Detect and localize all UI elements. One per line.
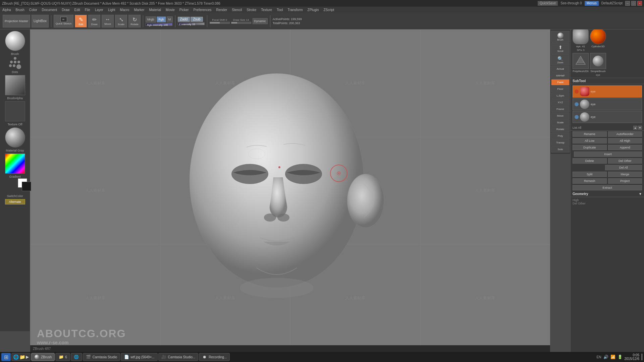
dot-small[interactable] [14, 57, 16, 60]
notify-icon-battery[interactable]: 🔋 [618, 355, 623, 359]
dot-3[interactable] [17, 61, 20, 63]
menu-zscript[interactable]: ZScript [323, 8, 335, 12]
quick-save-btn[interactable]: QuickSave [538, 1, 558, 6]
menu-document[interactable]: Document [41, 8, 58, 12]
dot-4[interactable] [9, 64, 12, 67]
menu-render[interactable]: Render [215, 8, 228, 12]
menu-color[interactable]: Color [28, 8, 38, 12]
vt-scroll-btn[interactable]: ⬆ Scroll [551, 43, 570, 54]
vt-paint-btn[interactable]: Paint [551, 79, 570, 85]
zsub-btn[interactable]: Zsub [191, 17, 203, 22]
dot-2[interactable] [14, 61, 16, 63]
rotate-btn[interactable]: ↻ Rotate [128, 15, 141, 27]
rename-btn[interactable]: Rename [573, 131, 607, 137]
vt-solo-btn[interactable]: Solo [551, 146, 570, 153]
maximize-btn[interactable]: □ [631, 1, 636, 6]
menu-edit[interactable]: Edit [73, 8, 81, 12]
all-low-btn[interactable]: All Low [573, 138, 607, 143]
vt-actual-btn[interactable]: Actual [551, 66, 570, 72]
taskbar-globe[interactable]: 🌐 [71, 353, 82, 361]
subtool-item-eye-2[interactable]: eye [573, 98, 642, 110]
remesh-btn[interactable]: Remesh [573, 178, 607, 184]
dot-5[interactable] [13, 64, 15, 67]
menu-light[interactable]: Light [107, 8, 116, 12]
notify-icon-network[interactable]: 📶 [610, 355, 615, 359]
vt-xyz-btn[interactable]: XYZ [551, 99, 570, 106]
project-btn[interactable]: Project [608, 178, 642, 184]
subtool-item-eye-3[interactable]: eye [573, 111, 642, 123]
show-desktop-btn[interactable] [641, 354, 643, 360]
dot-1[interactable] [10, 61, 13, 63]
del-all-btn[interactable]: Del All [605, 165, 642, 170]
taskbar-recording[interactable]: ⏺ Recording... [199, 353, 230, 361]
see-through-btn[interactable]: See-through 0 [559, 1, 583, 6]
scroll-up-arrow[interactable]: ▲ [633, 126, 637, 130]
taskbar-zbrush[interactable]: ZBrush [31, 353, 55, 361]
quicklaunch-folder[interactable]: 📁 [19, 354, 25, 360]
dot-large[interactable] [16, 64, 21, 69]
menu-texture[interactable]: Texture [260, 8, 273, 12]
lightbox-item-cylinder[interactable]: Cylinder3D [590, 28, 606, 48]
taskbar-clock[interactable]: 0:05 2015/12/6 [625, 353, 640, 361]
insert-btn[interactable]: Insert [574, 152, 642, 157]
edit-btn[interactable]: ✎ Edit [75, 15, 87, 27]
mrgb-btn[interactable]: Mrgb [146, 16, 156, 22]
menu-brush[interactable]: Brush [15, 8, 25, 12]
rgb-btn[interactable]: Rgb [157, 16, 166, 22]
vt-zoom-btn[interactable]: 🔍 Zoom [551, 54, 570, 65]
scale-btn[interactable]: ⤡ Scale [115, 15, 127, 27]
taskbar-camtasia[interactable]: 🎬 Camtasia Studio [83, 353, 120, 361]
menu-stencil[interactable]: Stencil [231, 8, 243, 12]
vt-transp-btn[interactable]: Transp [551, 139, 570, 146]
brush-alpha-preview[interactable] [5, 75, 25, 95]
menu-preferences[interactable]: Preferences [193, 8, 213, 12]
quick-sketch-btn[interactable]: ✏ Quick Sketch [54, 15, 73, 27]
vt-scale-btn[interactable]: Scale [551, 119, 570, 126]
vt-poly-btn[interactable]: Poly [551, 133, 570, 139]
material-preview[interactable] [5, 127, 25, 147]
vt-aahalf-btn[interactable]: AAHalf [551, 72, 570, 79]
menus-btn[interactable]: Menus [585, 1, 599, 6]
auto-reorder-btn[interactable]: AutoReorder [608, 131, 642, 137]
menu-draw[interactable]: Draw [61, 8, 70, 12]
rgb-intensity-bar[interactable]: Rgb Intensity 100 [146, 23, 172, 26]
move-btn[interactable]: ↔ Move [102, 15, 114, 27]
menu-tool[interactable]: Tool [276, 8, 284, 12]
all-high-btn[interactable]: All High [608, 138, 642, 143]
notify-icon-lang[interactable]: EN [597, 355, 601, 359]
menu-alpha[interactable]: Alpha [1, 8, 12, 12]
scroll-down-arrow[interactable]: ▼ [638, 126, 642, 130]
subtool-item-eye-active[interactable]: eye [573, 85, 642, 98]
vt-frame-btn[interactable]: Frame [551, 106, 570, 112]
projection-master-btn[interactable]: Projection Master [3, 15, 30, 27]
taskbar-wtsjpg[interactable]: 📄 wtf.jpg (5649×... [121, 353, 157, 361]
split-btn[interactable]: Split [573, 172, 607, 177]
menu-picker[interactable]: Picker [178, 8, 190, 12]
notify-icon-sound[interactable]: 🔊 [603, 355, 608, 359]
menu-marker[interactable]: Marker [133, 8, 145, 12]
vt-lasym-btn[interactable]: L,Sym [551, 93, 570, 99]
del-other-btn[interactable]: Del Other [608, 158, 642, 164]
lightbox-item-poly[interactable]: PolyMesh2Dt [573, 53, 589, 73]
menu-transform[interactable]: Transform [286, 8, 304, 12]
menu-file[interactable]: File [84, 8, 91, 12]
start-button[interactable]: ⊞ [1, 353, 11, 361]
vt-move-btn[interactable]: Move [551, 113, 570, 119]
delete-btn[interactable]: Delete [573, 158, 607, 164]
extract-btn[interactable]: Extract [573, 185, 642, 190]
menu-zplugin[interactable]: ZPlugin [307, 8, 320, 12]
color-gradient[interactable] [5, 154, 25, 174]
vt-brush-btn[interactable]: Brush [551, 31, 570, 43]
vt-floor-btn[interactable]: Floor [551, 86, 570, 92]
m-btn[interactable]: M [167, 16, 173, 22]
menu-material[interactable]: Material [148, 8, 162, 12]
draw-btn[interactable]: ✏ Draw [88, 15, 100, 27]
default-script-btn[interactable]: DefaultZScript [600, 1, 624, 6]
menu-macro[interactable]: Macro [119, 8, 130, 12]
quicklaunch-extra[interactable]: ▶ [26, 355, 29, 359]
quicklaunch-ie[interactable]: 🌐 [13, 354, 19, 360]
taskbar-folder[interactable]: 📁 6 [55, 353, 70, 361]
menu-layer[interactable]: Layer [94, 8, 104, 12]
vt-rotate-btn[interactable]: Rotate [551, 126, 570, 132]
texture-preview[interactable] [5, 101, 25, 121]
